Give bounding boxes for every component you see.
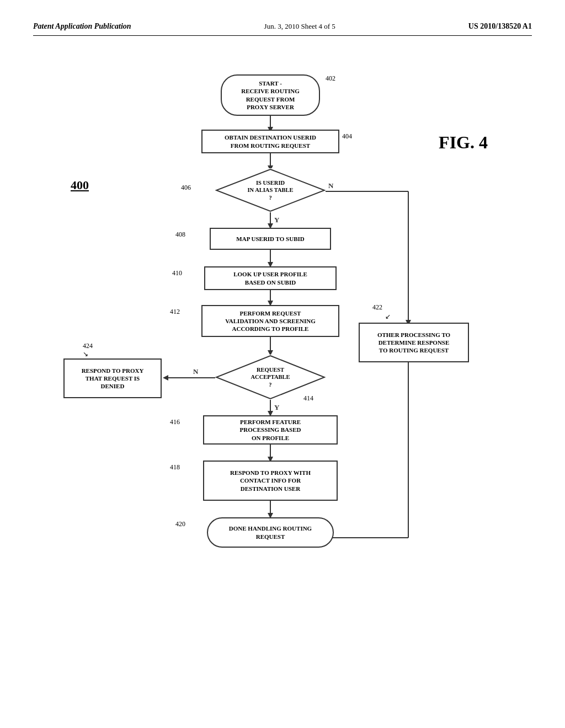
- svg-text:Y: Y: [274, 403, 280, 411]
- page-header: Patent Application Publication Jun. 3, 2…: [33, 22, 532, 36]
- svg-text:Y: Y: [274, 216, 280, 224]
- step-424-text: RESPOND TO PROXY THAT REQUEST IS DENIED: [82, 367, 144, 390]
- step-406-text: IS USERID IN ALIAS TABLE ?: [239, 179, 301, 202]
- step-404-text: OBTAIN DESTINATION USERID FROM ROUTING R…: [225, 133, 316, 149]
- svg-text:N: N: [193, 367, 199, 376]
- label-422-arrow: ↙: [385, 313, 391, 321]
- patent-number-label: US 2010/138520 A1: [468, 22, 532, 31]
- label-408: 408: [175, 231, 185, 239]
- step-412-text: PERFORM REQUEST VALIDATION AND SCREENING…: [225, 309, 315, 333]
- step-406: IS USERID IN ALIAS TABLE ?: [215, 168, 326, 212]
- step-416-text: PERFORM FEATURE PROCESSING BASED ON PROF…: [240, 418, 301, 442]
- label-418: 418: [170, 463, 180, 472]
- step-416: PERFORM FEATURE PROCESSING BASED ON PROF…: [203, 415, 338, 445]
- step-418-text: RESPOND TO PROXY WITH CONTACT INFO FOR D…: [230, 469, 311, 493]
- label-424: 424: [83, 342, 93, 350]
- step-408: MAP USERID TO SUBID: [210, 228, 331, 250]
- step-418: RESPOND TO PROXY WITH CONTACT INFO FOR D…: [203, 461, 338, 501]
- figure-label: FIG. 4: [439, 132, 488, 153]
- step-420: DONE HANDLING ROUTING REQUEST: [207, 517, 334, 548]
- label-404: 404: [342, 132, 352, 141]
- step-402-text: START - RECEIVE ROUTING REQUEST FROM PRO…: [241, 79, 299, 111]
- diagram-number: 400: [71, 178, 89, 192]
- step-410-text: LOOK UP USER PROFILE BASED ON SUBID: [233, 270, 307, 286]
- date-sheet-label: Jun. 3, 2010 Sheet 4 of 5: [264, 22, 335, 31]
- step-420-text: DONE HANDLING ROUTING REQUEST: [229, 524, 312, 540]
- label-416: 416: [170, 418, 180, 426]
- step-404: OBTAIN DESTINATION USERID FROM ROUTING R…: [201, 130, 339, 153]
- svg-marker-21: [163, 375, 168, 381]
- step-402: START - RECEIVE ROUTING REQUEST FROM PRO…: [221, 74, 320, 116]
- step-414: REQUEST ACCEPTABLE ?: [215, 355, 326, 400]
- label-424-arrow: ↘: [83, 350, 88, 358]
- label-414: 414: [303, 394, 313, 403]
- step-424: RESPOND TO PROXY THAT REQUEST IS DENIED: [63, 358, 162, 398]
- step-408-text: MAP USERID TO SUBID: [236, 235, 304, 243]
- svg-text:N: N: [328, 181, 334, 190]
- label-412: 412: [170, 308, 180, 316]
- label-410: 410: [172, 269, 182, 277]
- step-422: OTHER PROCESSING TO DETERMINE RESPONSE T…: [359, 323, 469, 362]
- page: Patent Application Publication Jun. 3, 2…: [0, 0, 565, 728]
- label-422: 422: [372, 303, 382, 312]
- flowchart-diagram: FIG. 4 400 Y N: [33, 52, 532, 703]
- label-420: 420: [175, 520, 185, 528]
- label-406: 406: [181, 184, 191, 192]
- step-412: PERFORM REQUEST VALIDATION AND SCREENING…: [201, 305, 339, 337]
- label-402: 402: [326, 74, 335, 83]
- publication-label: Patent Application Publication: [33, 22, 131, 31]
- step-422-text: OTHER PROCESSING TO DETERMINE RESPONSE T…: [377, 331, 450, 355]
- step-410: LOOK UP USER PROFILE BASED ON SUBID: [204, 266, 337, 290]
- step-414-text: REQUEST ACCEPTABLE ?: [243, 366, 299, 389]
